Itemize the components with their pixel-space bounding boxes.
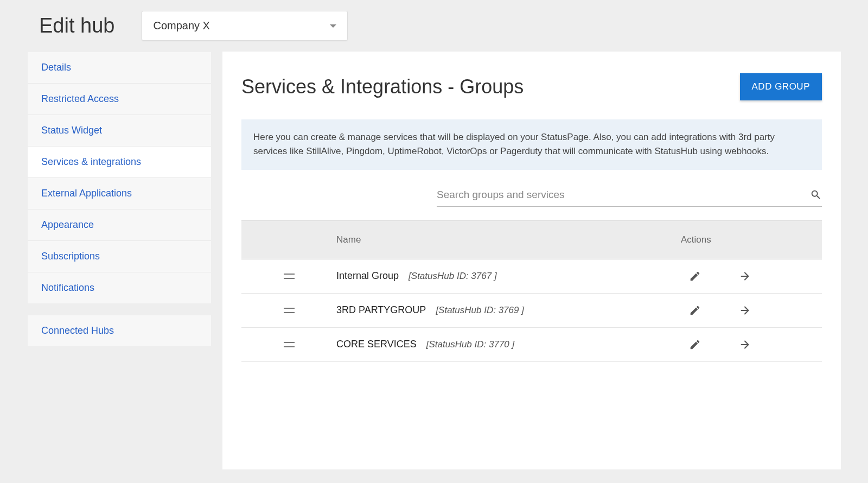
group-name: 3RD PARTYGROUP <box>336 304 426 316</box>
sidebar-item-services-integrations[interactable]: Services & integrations <box>28 147 211 178</box>
sidebar-item-status-widget[interactable]: Status Widget <box>28 115 211 147</box>
sidebar-item-label: Connected Hubs <box>41 325 114 336</box>
caret-down-icon <box>330 24 336 28</box>
table-row: CORE SERVICES [StatusHub ID: 3770 ] <box>241 328 822 362</box>
edit-icon[interactable] <box>689 270 701 282</box>
main-content: Services & Integrations - Groups ADD GRO… <box>222 52 841 469</box>
td-actions <box>681 270 822 282</box>
arrow-right-icon[interactable] <box>739 304 751 316</box>
drag-handle-icon[interactable] <box>284 274 295 279</box>
sidebar-item-label: Services & integrations <box>41 156 141 167</box>
sidebar-item-label: Notifications <box>41 282 94 293</box>
panel-header: Services & Integrations - Groups ADD GRO… <box>241 73 822 100</box>
layout: Details Restricted Access Status Widget … <box>0 52 868 469</box>
table-row: Internal Group [StatusHub ID: 3767 ] <box>241 259 822 294</box>
td-drag <box>241 274 336 279</box>
sidebar-item-label: Details <box>41 62 71 73</box>
drag-handle-icon[interactable] <box>284 342 295 347</box>
th-name: Name <box>336 234 681 245</box>
company-select-label: Company X <box>153 20 210 32</box>
group-id: [StatusHub ID: 3770 ] <box>426 339 515 350</box>
th-actions: Actions <box>681 234 822 245</box>
drag-handle-icon[interactable] <box>284 308 295 313</box>
edit-icon[interactable] <box>689 339 701 351</box>
td-actions <box>681 304 822 316</box>
group-id: [StatusHub ID: 3769 ] <box>436 305 524 316</box>
td-name: 3RD PARTYGROUP [StatusHub ID: 3769 ] <box>336 304 681 316</box>
panel: Services & Integrations - Groups ADD GRO… <box>241 73 822 362</box>
panel-title: Services & Integrations - Groups <box>241 75 524 98</box>
sidebar-item-label: Subscriptions <box>41 251 100 262</box>
sidebar-item-label: Status Widget <box>41 125 102 136</box>
search-row <box>437 189 822 207</box>
group-id: [StatusHub ID: 3767 ] <box>409 271 497 282</box>
arrow-right-icon[interactable] <box>739 270 751 282</box>
sidebar-item-restricted-access[interactable]: Restricted Access <box>28 84 211 115</box>
table-header: Name Actions <box>241 220 822 259</box>
page-title: Edit hub <box>39 14 114 37</box>
group-name: CORE SERVICES <box>336 339 417 350</box>
header: Edit hub Company X <box>0 0 868 52</box>
group-name: Internal Group <box>336 270 399 282</box>
sidebar-group-main: Details Restricted Access Status Widget … <box>27 52 212 304</box>
sidebar-item-subscriptions[interactable]: Subscriptions <box>28 241 211 272</box>
table-row: 3RD PARTYGROUP [StatusHub ID: 3769 ] <box>241 294 822 328</box>
company-select[interactable]: Company X <box>142 11 348 41</box>
sidebar-item-label: Appearance <box>41 219 94 230</box>
td-drag <box>241 342 336 347</box>
sidebar: Details Restricted Access Status Widget … <box>27 52 212 469</box>
edit-icon[interactable] <box>689 304 701 316</box>
th-drag <box>241 234 336 245</box>
sidebar-group-secondary: Connected Hubs <box>27 315 212 347</box>
sidebar-item-details[interactable]: Details <box>28 52 211 84</box>
info-box: Here you can create & manage services th… <box>241 119 822 170</box>
add-group-button[interactable]: ADD GROUP <box>740 73 822 100</box>
sidebar-item-external-applications[interactable]: External Applications <box>28 178 211 209</box>
td-name: CORE SERVICES [StatusHub ID: 3770 ] <box>336 339 681 350</box>
td-drag <box>241 308 336 313</box>
td-actions <box>681 339 822 351</box>
sidebar-item-appearance[interactable]: Appearance <box>28 209 211 241</box>
search-icon[interactable] <box>810 189 822 201</box>
sidebar-item-label: Restricted Access <box>41 93 119 104</box>
groups-table: Name Actions Internal Group [StatusHub I… <box>241 220 822 362</box>
sidebar-item-label: External Applications <box>41 188 132 199</box>
sidebar-item-notifications[interactable]: Notifications <box>28 272 211 303</box>
sidebar-item-connected-hubs[interactable]: Connected Hubs <box>28 315 211 346</box>
arrow-right-icon[interactable] <box>739 339 751 351</box>
search-input[interactable] <box>437 189 810 201</box>
td-name: Internal Group [StatusHub ID: 3767 ] <box>336 270 681 282</box>
